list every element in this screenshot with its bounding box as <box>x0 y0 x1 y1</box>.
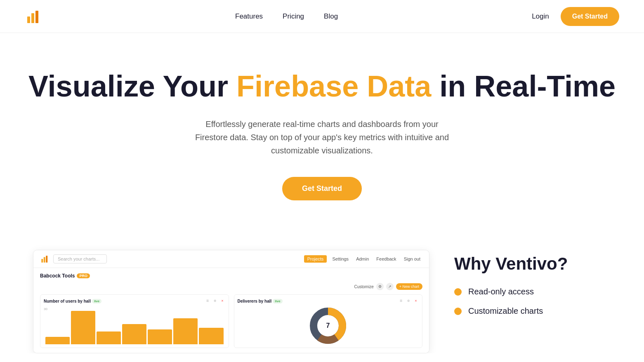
hero-section: Visualize Your Firebase Data in Real-Tim… <box>0 33 644 225</box>
logo-icon <box>25 8 41 25</box>
why-heading: Why Ventivo? <box>454 254 611 274</box>
dash-chart-bar-edit-icon[interactable]: ☰ <box>205 298 210 304</box>
dash-nav-left: Search your charts... <box>40 254 107 263</box>
dash-chart-donut-settings-icon[interactable]: ⚙ <box>406 298 411 304</box>
dash-chart-bar: Number of users by hall live ☰ ⚙ ✕ 30 <box>40 294 229 348</box>
dash-chart-bar-settings-icon[interactable]: ⚙ <box>212 298 218 304</box>
login-button[interactable]: Login <box>532 12 549 21</box>
nav-actions: Login Get Started <box>532 7 619 26</box>
hero-headline-suffix: in Real-Time <box>431 70 616 103</box>
logo[interactable] <box>25 8 41 25</box>
navbar: Features Pricing Blog Login Get Started <box>0 0 644 33</box>
why-item-charts: Customizable charts <box>454 306 611 316</box>
why-label-charts: Customizable charts <box>468 306 543 316</box>
bar-4 <box>122 324 146 345</box>
why-bullet-2 <box>454 308 462 315</box>
get-started-button-nav[interactable]: Get Started <box>561 7 619 26</box>
hero-headline: Visualize Your Firebase Data in Real-Tim… <box>17 70 627 103</box>
donut-chart-svg: 7 <box>309 307 347 344</box>
dash-chart-donut-badge: live <box>273 299 282 303</box>
dash-charts-grid: Number of users by hall live ☰ ⚙ ✕ 30 <box>40 294 422 348</box>
dash-tab-feedback[interactable]: Feedback <box>374 255 398 263</box>
nav-blog[interactable]: Blog <box>324 12 338 20</box>
dash-logo-icon <box>40 254 49 263</box>
svg-rect-2 <box>35 11 38 23</box>
dash-new-chart-button[interactable]: + New chart <box>396 283 422 290</box>
svg-rect-1 <box>31 13 34 23</box>
dash-chart-bar-actions: ☰ ⚙ ✕ <box>205 298 225 304</box>
why-list: Read-only access Customizable charts <box>454 287 611 316</box>
dash-chart-bar-title: Number of users by hall live <box>44 299 101 303</box>
dash-nav-right: Projects Settings Admin Feedback Sign ou… <box>304 255 422 263</box>
dash-toolbar: Customize ⚙ ↗ + New chart <box>40 283 422 290</box>
bottom-section: Search your charts... Projects Settings … <box>0 225 644 353</box>
bar-6 <box>173 318 198 344</box>
dash-chart-donut-delete-icon[interactable]: ✕ <box>413 298 419 304</box>
dash-settings-icon[interactable]: ⚙ <box>376 283 384 290</box>
hero-subtext: Effortlessly generate real-time charts a… <box>190 118 454 157</box>
svg-rect-4 <box>44 257 45 263</box>
dash-chart-donut-edit-icon[interactable]: ☰ <box>398 298 404 304</box>
bar-7 <box>199 328 223 345</box>
why-item-readonly: Read-only access <box>454 287 611 296</box>
dash-tab-signout[interactable]: Sign out <box>402 255 422 263</box>
bar-5 <box>148 329 172 344</box>
svg-rect-3 <box>41 259 43 263</box>
dash-chart-donut-actions: ☰ ⚙ ✕ <box>398 298 419 304</box>
dash-chart-donut-title: Deliverers by hall live <box>238 299 283 303</box>
bar-2 <box>71 311 95 344</box>
why-label-readonly: Read-only access <box>468 287 534 296</box>
dash-tab-admin[interactable]: Admin <box>354 255 371 263</box>
dash-navbar: Search your charts... Projects Settings … <box>33 250 429 268</box>
donut-center-value: 7 <box>326 322 330 329</box>
why-bullet-1 <box>454 288 462 296</box>
dash-customize-label[interactable]: Customize <box>354 284 373 289</box>
dash-chart-bar-delete-icon[interactable]: ✕ <box>219 298 225 304</box>
svg-rect-0 <box>27 16 30 23</box>
dash-project-name: Babcock Tools PRO <box>40 273 422 279</box>
nav-links: Features Pricing Blog <box>235 12 338 21</box>
get-started-button-hero[interactable]: Get Started <box>282 177 362 200</box>
dash-chart-bar-badge: live <box>92 299 101 303</box>
bar-chart: 30 <box>44 307 225 344</box>
bar-y-label: 30 <box>44 307 47 311</box>
svg-rect-5 <box>46 256 47 263</box>
nav-pricing[interactable]: Pricing <box>283 12 304 20</box>
dash-project-badge: PRO <box>77 273 90 278</box>
bar-3 <box>97 331 121 345</box>
dash-tab-settings[interactable]: Settings <box>330 255 351 263</box>
hero-headline-prefix: Visualize Your <box>28 70 236 103</box>
hero-headline-highlight: Firebase Data <box>236 70 431 103</box>
why-section: Why Ventivo? Read-only access Customizab… <box>454 250 611 316</box>
dash-search-input[interactable]: Search your charts... <box>53 254 107 263</box>
dash-body: Babcock Tools PRO Customize ⚙ ↗ + New ch… <box>33 268 429 353</box>
donut-area: 7 <box>238 307 419 344</box>
dash-tab-projects[interactable]: Projects <box>304 255 327 263</box>
dash-chart-bar-header: Number of users by hall live ☰ ⚙ ✕ <box>44 298 225 304</box>
dash-chart-donut-header: Deliverers by hall live ☰ ⚙ ✕ <box>238 298 419 304</box>
bar-1 <box>45 337 70 344</box>
dash-share-icon[interactable]: ↗ <box>386 283 394 290</box>
dash-chart-donut: Deliverers by hall live ☰ ⚙ ✕ <box>234 294 423 348</box>
dashboard-preview: Search your charts... Projects Settings … <box>33 250 429 353</box>
nav-features[interactable]: Features <box>235 12 263 20</box>
